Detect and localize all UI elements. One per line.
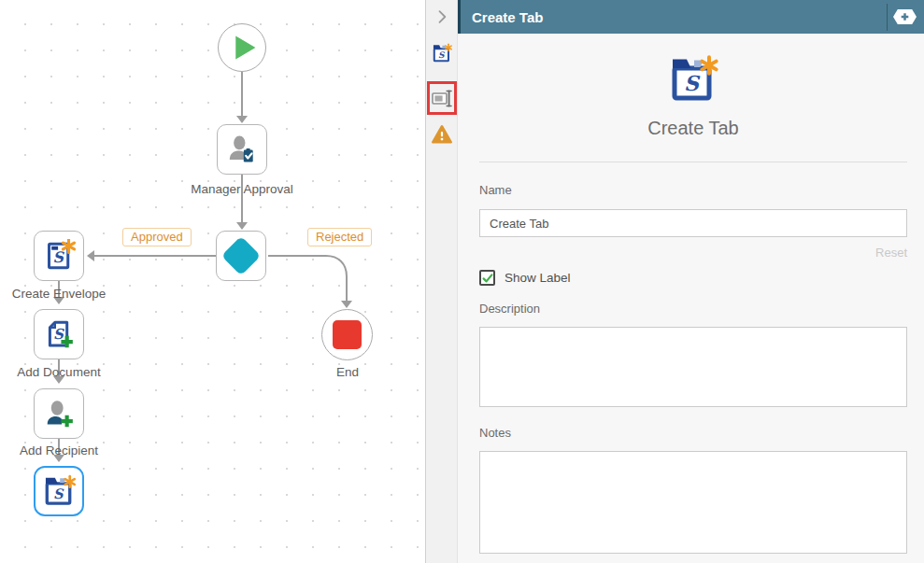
user-task-icon [225,133,259,166]
checkmark-icon [482,273,493,284]
name-label: Name [479,183,907,197]
start-node[interactable] [218,23,266,72]
workflow-canvas[interactable]: Manager Approval Approved Rejected Creat… [0,0,426,563]
create-tab-icon [42,474,77,509]
properties-toolstrip [426,0,458,563]
decision-node[interactable] [216,231,266,281]
panel-header: Create Tab [458,0,924,34]
manager-approval-label: Manager Approval [191,182,293,196]
stop-icon [333,320,362,349]
create-envelope-icon [42,239,76,273]
panel-header-title: Create Tab [472,9,543,25]
reset-button[interactable]: Reset [875,246,907,260]
name-input[interactable] [479,209,907,237]
create-envelope-node[interactable] [34,231,84,281]
notes-label: Notes [479,426,907,440]
tab-warnings[interactable] [431,124,453,145]
rename-icon [431,87,453,109]
show-label-checkbox[interactable] [479,270,495,286]
play-icon [219,23,265,72]
edge-label-rejected[interactable]: Rejected [307,228,372,246]
workflow-designer: Manager Approval Approved Rejected Creat… [0,0,924,563]
add-document-label: Add Document [17,365,100,379]
show-label-row: Show Label [479,270,907,286]
warning-icon [431,124,453,145]
highlight-box [427,81,457,115]
create-envelope-label: Create Envelope [12,287,107,301]
divider [479,162,907,162]
add-document-node[interactable] [34,309,84,359]
edge-decision-to-end [268,256,347,301]
add-recipient-icon [42,397,76,430]
collapse-panel-button[interactable] [433,7,451,26]
description-label: Description [479,302,907,316]
notes-textarea[interactable] [479,451,907,554]
reset-row: Reset [479,246,907,260]
tab-step-properties[interactable] [431,43,452,64]
add-document-icon [42,317,76,351]
add-recipient-node[interactable] [34,388,84,439]
edge-label-approved[interactable]: Approved [122,228,192,246]
chevron-right-icon [433,7,451,26]
manager-approval-node[interactable] [217,124,267,175]
diamond-icon [221,236,261,275]
add-button[interactable] [893,9,917,24]
properties-panel: Create Tab Create Tab Name Reset [458,0,924,563]
panel-body: Create Tab Name Reset Show Label Descrip… [458,54,924,554]
show-label-text: Show Label [505,271,571,285]
create-tab-icon [667,54,719,106]
create-tab-node-selected[interactable] [34,466,84,516]
tab-rename-properties[interactable] [431,87,453,109]
end-node[interactable] [321,309,373,360]
create-tab-step-icon [431,43,452,64]
description-textarea[interactable] [479,327,907,407]
add-recipient-label: Add Recipient [20,443,98,457]
header-separator [887,4,888,31]
step-title: Create Tab [479,118,907,139]
end-label: End [336,365,359,379]
